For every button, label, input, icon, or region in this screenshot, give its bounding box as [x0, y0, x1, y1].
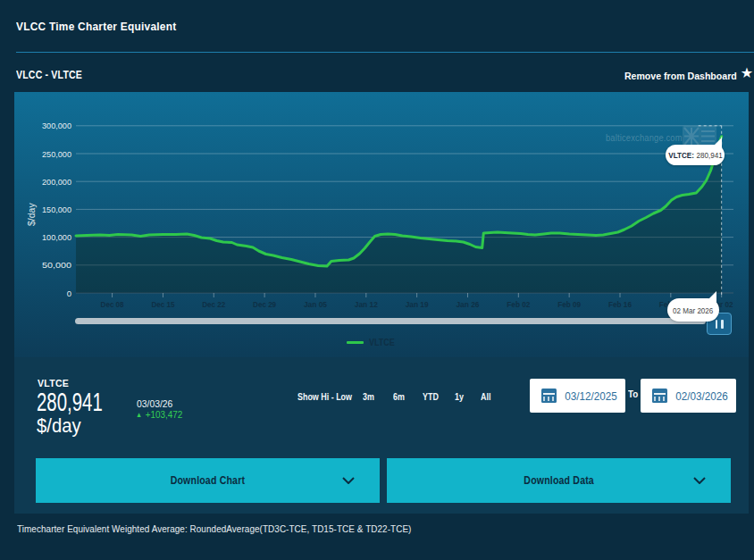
metric-unit: $/day [37, 416, 81, 437]
date-to-input[interactable]: 02/03/2026 [641, 379, 736, 413]
chart-scrollbar[interactable] [75, 318, 706, 324]
svg-text:300,000: 300,000 [42, 121, 71, 130]
legend-line-swatch [347, 341, 364, 344]
range-button-ytd[interactable]: YTD [423, 391, 439, 402]
legend-label: VLTCE [369, 338, 395, 347]
svg-text:150,000: 150,000 [42, 205, 71, 214]
chevron-down-icon [693, 477, 706, 484]
chart-area[interactable]: 050,000100,000150,000200,000250,000300,0… [14, 92, 749, 357]
svg-text:50,000: 50,000 [42, 260, 71, 270]
legend-vltce[interactable]: VLTCE [347, 338, 398, 347]
y-axis-title: $/day [26, 203, 37, 226]
show-hi-low-toggle[interactable]: Show Hi - Low [297, 391, 352, 402]
watermark: balticexchange.com [606, 132, 683, 143]
footer-note: Timecharter Equivalent Weighted Average:… [17, 523, 411, 534]
remove-from-dashboard-link[interactable]: Remove from Dashboard [624, 71, 737, 81]
svg-text:Dec 08: Dec 08 [101, 299, 124, 309]
chart-subtitle: VLCC - VLTCE [16, 69, 82, 81]
svg-text:Dec 29: Dec 29 [253, 299, 276, 309]
svg-text:Jan 19: Jan 19 [406, 299, 429, 309]
metric-value: 280,941 [37, 389, 103, 415]
baltic-exchange-logo-icon [683, 126, 716, 146]
up-arrow-icon: ▲ [136, 411, 142, 419]
date-from-input[interactable]: 03/12/2025 [530, 379, 625, 413]
to-label: To [628, 389, 638, 399]
range-button-6m[interactable]: 6m [393, 391, 405, 402]
calendar-icon [652, 389, 667, 403]
calendar-icon [541, 389, 557, 403]
download-data-button[interactable]: Download Data [387, 458, 731, 503]
svg-text:200,000: 200,000 [42, 177, 71, 187]
svg-text:Jan 05: Jan 05 [304, 299, 328, 309]
range-button-all[interactable]: All [481, 391, 490, 402]
range-button-1y[interactable]: 1y [455, 391, 464, 402]
metric-change: ▲ +103,472 [136, 409, 182, 420]
svg-text:Feb 16: Feb 16 [608, 299, 632, 309]
range-button-3m[interactable]: 3m [363, 391, 374, 402]
svg-text:Jan 12: Jan 12 [355, 299, 378, 309]
svg-text:0: 0 [67, 288, 71, 298]
date-tooltip: 02 Mar 2026 [667, 298, 719, 322]
svg-text:250,000: 250,000 [42, 149, 71, 159]
svg-text:Jan 26: Jan 26 [456, 299, 479, 309]
page-title: VLCC Time Charter Equivalent [16, 20, 176, 33]
header-divider [16, 52, 754, 53]
download-chart-button[interactable]: Download Chart [36, 458, 380, 503]
metric-date: 03/03/26 [137, 398, 172, 409]
svg-text:100,000: 100,000 [42, 232, 71, 242]
chevron-down-icon [342, 477, 355, 484]
star-icon[interactable]: ★ [741, 64, 753, 81]
svg-text:Feb 09: Feb 09 [557, 299, 581, 309]
svg-text:Feb 02: Feb 02 [507, 299, 530, 309]
svg-text:Dec 22: Dec 22 [202, 299, 225, 309]
svg-text:Dec 15: Dec 15 [151, 299, 175, 309]
value-tooltip: VLTCE:280,941 [666, 145, 725, 165]
